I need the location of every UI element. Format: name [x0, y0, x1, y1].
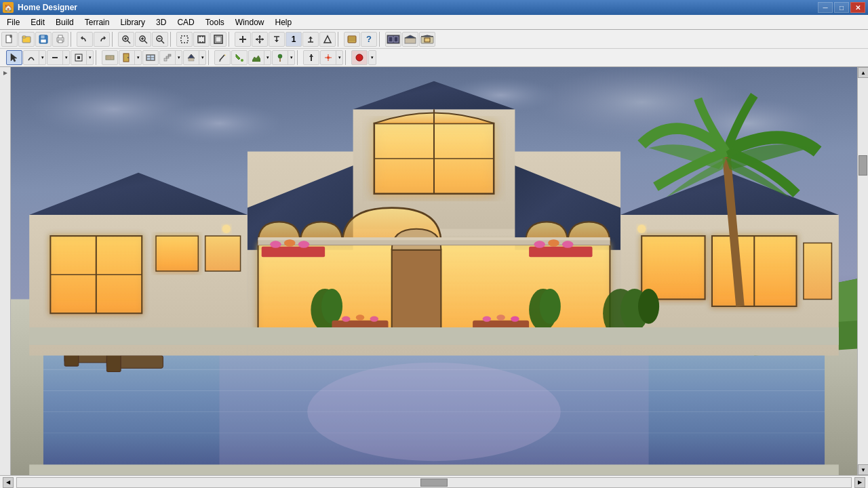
menu-3d[interactable]: 3D	[151, 15, 172, 29]
scroll-right-button[interactable]: ▶	[854, 477, 865, 488]
svg-point-134	[562, 241, 574, 247]
svg-rect-22	[198, 36, 205, 43]
redo-button[interactable]	[94, 32, 110, 47]
open-button[interactable]	[18, 32, 35, 47]
camera-view-button[interactable]	[419, 32, 435, 47]
zoom-all-button[interactable]	[210, 32, 226, 47]
record-dropdown[interactable]: ▾	[368, 50, 376, 65]
line-dropdown[interactable]: ▾	[47, 50, 70, 65]
door-dropdown[interactable]: ▾	[119, 50, 142, 65]
svg-rect-9	[58, 40, 62, 43]
svg-rect-159	[29, 464, 839, 475]
terrain-dropdown[interactable]: ▾	[248, 50, 271, 65]
svg-point-100	[307, 363, 561, 461]
scroll-thumb-vertical[interactable]	[859, 155, 867, 176]
scroll-thumb-horizontal[interactable]	[420, 479, 448, 487]
minimize-button[interactable]: ─	[818, 2, 833, 13]
explode-dropdown[interactable]: ▾	[320, 50, 343, 65]
svg-rect-114	[205, 236, 241, 271]
menu-file[interactable]: File	[1, 15, 25, 29]
floor-number: 1	[285, 32, 302, 47]
fit-view-button[interactable]	[193, 32, 210, 47]
help-button[interactable]: ?	[361, 32, 377, 47]
svg-marker-51	[405, 35, 416, 38]
arc-dropdown[interactable]: ▾	[23, 50, 46, 65]
toolbar-2: ▾ ▾ ▾ ▾	[0, 49, 868, 66]
up-floor-button[interactable]	[302, 32, 319, 47]
menu-edit[interactable]: Edit	[25, 15, 50, 29]
move-up-button[interactable]	[303, 50, 319, 65]
zoom-in-button[interactable]	[135, 32, 151, 47]
svg-rect-6	[41, 39, 46, 43]
menu-window[interactable]: Window	[230, 15, 270, 29]
save-button[interactable]	[35, 32, 52, 47]
svg-rect-113	[156, 236, 198, 271]
plants-dropdown[interactable]: ▾	[272, 50, 295, 65]
svg-marker-36	[262, 38, 264, 41]
roof-dropdown[interactable]: ▾	[183, 50, 206, 65]
scroll-track-vertical[interactable]	[858, 78, 868, 464]
stair-dropdown[interactable]: ▾	[159, 50, 182, 65]
window-tool-button[interactable]	[142, 50, 159, 65]
add-object-button[interactable]	[235, 32, 251, 47]
svg-rect-68	[168, 54, 171, 56]
svg-marker-34	[258, 41, 261, 43]
menu-cad[interactable]: CAD	[172, 15, 199, 29]
zoom-realtime-button[interactable]	[118, 32, 134, 47]
svg-point-145	[540, 289, 561, 324]
select-tool-button[interactable]	[6, 50, 22, 65]
catalog-button[interactable]	[344, 32, 360, 47]
menu-bar: File Edit Build Terrain Library 3D CAD T…	[0, 15, 868, 30]
toolbar-1: 1 ?	[0, 30, 868, 49]
main-area: ▲ ▼	[0, 67, 868, 475]
floor-plan-button[interactable]	[385, 32, 401, 47]
paint-bucket-button[interactable]	[231, 50, 248, 65]
svg-point-160	[222, 224, 231, 232]
svg-marker-87	[3, 71, 7, 75]
menu-tools[interactable]: Tools	[200, 15, 230, 29]
svg-marker-33	[258, 35, 261, 37]
app-title: Home Designer	[18, 3, 818, 12]
svg-point-157	[511, 316, 519, 321]
toolbar-area: 1 ? ▾	[0, 30, 868, 67]
select-box-button[interactable]	[176, 32, 193, 47]
pencil-button[interactable]	[214, 50, 231, 65]
svg-point-132	[534, 241, 545, 247]
menu-help[interactable]: Help	[269, 15, 297, 29]
record-button[interactable]	[351, 50, 368, 65]
scroll-down-button[interactable]: ▼	[858, 464, 868, 475]
svg-point-64	[127, 57, 129, 58]
svg-marker-53	[421, 35, 433, 37]
new-button[interactable]	[1, 32, 18, 47]
print-button[interactable]	[52, 32, 68, 47]
menu-terrain[interactable]: Terrain	[79, 15, 115, 29]
svg-marker-35	[256, 38, 258, 41]
status-bar: ◀ ▶	[0, 475, 868, 488]
svg-marker-43	[324, 36, 331, 43]
zoom-out-button[interactable]	[152, 32, 168, 47]
wall-tool-button[interactable]	[102, 50, 118, 65]
svg-point-153	[356, 314, 364, 320]
scroll-track-horizontal[interactable]	[16, 477, 852, 488]
scroll-up-button[interactable]: ▲	[858, 67, 868, 78]
svg-marker-38	[275, 40, 279, 42]
canvas-area[interactable]	[11, 67, 857, 475]
snap-dropdown[interactable]: ▾	[71, 50, 94, 65]
menu-build[interactable]: Build	[50, 15, 79, 29]
svg-rect-28	[216, 37, 221, 42]
down-floor-button[interactable]	[269, 32, 285, 47]
elevation-button[interactable]	[319, 32, 336, 47]
undo-button[interactable]	[77, 32, 93, 47]
3d-house-button[interactable]	[402, 32, 418, 47]
svg-rect-21	[181, 36, 188, 43]
maximize-button[interactable]: □	[834, 2, 849, 13]
svg-point-154	[370, 316, 378, 321]
close-button[interactable]: ✕	[850, 2, 865, 13]
scroll-left-button[interactable]: ◀	[3, 477, 14, 488]
svg-rect-69	[166, 56, 169, 58]
move-button[interactable]	[252, 32, 268, 47]
svg-rect-58	[77, 56, 80, 59]
svg-rect-72	[189, 58, 194, 61]
menu-library[interactable]: Library	[115, 15, 151, 29]
svg-marker-41	[309, 37, 313, 39]
